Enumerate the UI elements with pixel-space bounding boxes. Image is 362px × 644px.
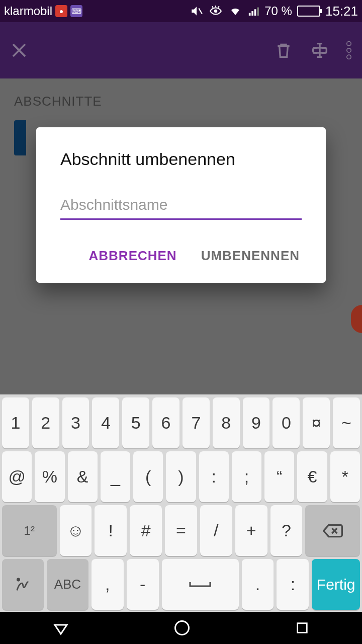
- section-name-input[interactable]: [60, 193, 302, 220]
- key-3[interactable]: 3: [62, 397, 89, 448]
- key-“[interactable]: “: [264, 451, 294, 502]
- key-1[interactable]: 1: [2, 397, 29, 448]
- mute-icon: [190, 5, 203, 18]
- status-bar: klarmobil ● ⌨ 70 % 15:21: [0, 0, 362, 22]
- key-€[interactable]: €: [297, 451, 327, 502]
- key--[interactable]: -: [127, 559, 159, 610]
- svg-rect-6: [252, 11, 254, 16]
- key-9[interactable]: 9: [243, 397, 270, 448]
- key-&[interactable]: &: [68, 451, 98, 502]
- svg-line-0: [199, 9, 203, 14]
- svg-point-17: [18, 578, 20, 580]
- keyboard-indicator-icon: ⌨: [70, 5, 82, 17]
- recording-indicator-icon: ●: [55, 5, 67, 17]
- keyboard-row-1: 1234567890¤~: [2, 397, 360, 448]
- eye-icon: [208, 5, 223, 18]
- home-button[interactable]: [173, 619, 191, 637]
- battery-percent: 70 %: [264, 4, 292, 18]
- signal-icon: [247, 6, 259, 17]
- key-/[interactable]: /: [200, 505, 232, 556]
- svg-rect-19: [298, 623, 307, 633]
- key-@[interactable]: @: [2, 451, 32, 502]
- key-+[interactable]: +: [235, 505, 267, 556]
- done-key[interactable]: Fertig: [312, 559, 360, 610]
- rename-confirm-button[interactable]: UMBENENNEN: [199, 243, 302, 269]
- svg-line-2: [213, 6, 213, 8]
- key-?[interactable]: ?: [270, 505, 303, 556]
- key-![interactable]: !: [95, 505, 127, 556]
- svg-line-4: [219, 6, 219, 8]
- key-([interactable]: (: [133, 451, 163, 502]
- system-nav-bar: [0, 612, 362, 644]
- keyboard-row-4: ABC ,-.: Fertig: [2, 559, 360, 610]
- abc-key[interactable]: ABC: [47, 559, 88, 610]
- carrier-label: klarmobil: [4, 4, 52, 18]
- key-:[interactable]: :: [277, 559, 309, 610]
- clock: 15:21: [325, 4, 358, 19]
- key-,[interactable]: ,: [92, 559, 124, 610]
- key-*[interactable]: *: [330, 451, 360, 502]
- soft-keyboard: 1234567890¤~ @%&_():;“€* 1² ☺!#=/+? ABC …: [0, 394, 362, 612]
- battery-icon: [297, 6, 320, 17]
- key-;[interactable]: ;: [232, 451, 261, 502]
- rename-dialog: Abschnitt umbenennen ABBRECHEN UMBENENNE…: [36, 127, 326, 283]
- cancel-button[interactable]: ABBRECHEN: [87, 243, 179, 269]
- key-¤[interactable]: ¤: [303, 397, 330, 448]
- key-6[interactable]: 6: [152, 397, 179, 448]
- key-4[interactable]: 4: [92, 397, 119, 448]
- svg-point-18: [175, 621, 189, 635]
- key-8[interactable]: 8: [213, 397, 240, 448]
- recent-apps-button[interactable]: [294, 620, 310, 636]
- key-0[interactable]: 0: [273, 397, 300, 448]
- dialog-title: Abschnitt umbenennen: [60, 149, 302, 169]
- back-button[interactable]: [52, 619, 70, 637]
- keyboard-row-3: 1² ☺!#=/+?: [2, 505, 360, 556]
- key-_[interactable]: _: [101, 451, 130, 502]
- key-5[interactable]: 5: [122, 397, 149, 448]
- key-#[interactable]: #: [130, 505, 162, 556]
- key-)[interactable]: ): [166, 451, 196, 502]
- handwriting-key[interactable]: [2, 559, 44, 610]
- wifi-icon: [228, 5, 242, 17]
- key-☺[interactable]: ☺: [60, 505, 92, 556]
- key-.[interactable]: .: [242, 559, 274, 610]
- key-2[interactable]: 2: [32, 397, 59, 448]
- key-=[interactable]: =: [165, 505, 197, 556]
- key-~[interactable]: ~: [333, 397, 360, 448]
- svg-rect-5: [249, 13, 251, 16]
- symbol-shift-key[interactable]: 1²: [2, 505, 57, 556]
- backspace-key[interactable]: [305, 505, 360, 556]
- key-7[interactable]: 7: [183, 397, 210, 448]
- svg-rect-8: [257, 8, 259, 16]
- key-%[interactable]: %: [35, 451, 64, 502]
- key-:[interactable]: :: [199, 451, 229, 502]
- svg-rect-7: [254, 9, 256, 16]
- keyboard-row-2: @%&_():;“€*: [2, 451, 360, 502]
- svg-point-1: [214, 10, 218, 13]
- space-key[interactable]: [162, 559, 239, 610]
